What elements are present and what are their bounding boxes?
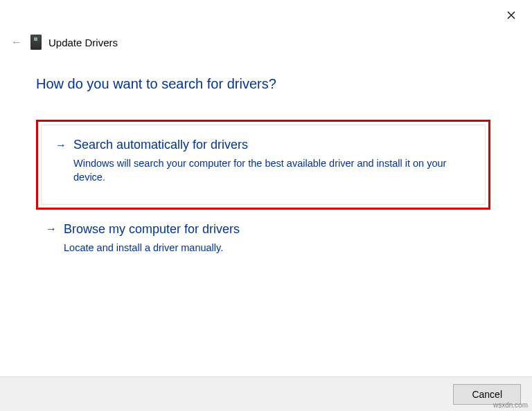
arrow-right-icon: →	[55, 139, 66, 152]
page-heading: How do you want to search for drivers?	[36, 76, 490, 92]
option-search-automatically[interactable]: → Search automatically for drivers Windo…	[41, 125, 486, 205]
close-icon	[507, 11, 515, 19]
arrow-right-icon: →	[46, 223, 57, 235]
header: ← Update Drivers	[10, 35, 118, 50]
option-auto-title: Search automatically for drivers	[73, 138, 248, 152]
option-browse-desc: Locate and install a driver manually.	[64, 241, 452, 255]
option-header: → Search automatically for drivers	[55, 138, 471, 152]
footer-bar: Cancel	[0, 376, 532, 411]
option-browse-computer[interactable]: → Browse my computer for drivers Locate …	[36, 222, 490, 268]
device-icon	[30, 35, 42, 50]
back-arrow-icon[interactable]: ←	[10, 36, 24, 48]
watermark: wsxdn.com	[493, 401, 528, 409]
option-browse-title: Browse my computer for drivers	[64, 222, 240, 237]
option-header: → Browse my computer for drivers	[46, 222, 477, 237]
content-area: How do you want to search for drivers? →…	[36, 76, 490, 268]
window-title: Update Drivers	[48, 37, 118, 48]
options-area: → Search automatically for drivers Windo…	[36, 120, 490, 268]
close-button[interactable]	[503, 7, 520, 24]
option-auto-desc: Windows will search your computer for th…	[73, 156, 461, 185]
highlight-box: → Search automatically for drivers Windo…	[36, 120, 490, 210]
